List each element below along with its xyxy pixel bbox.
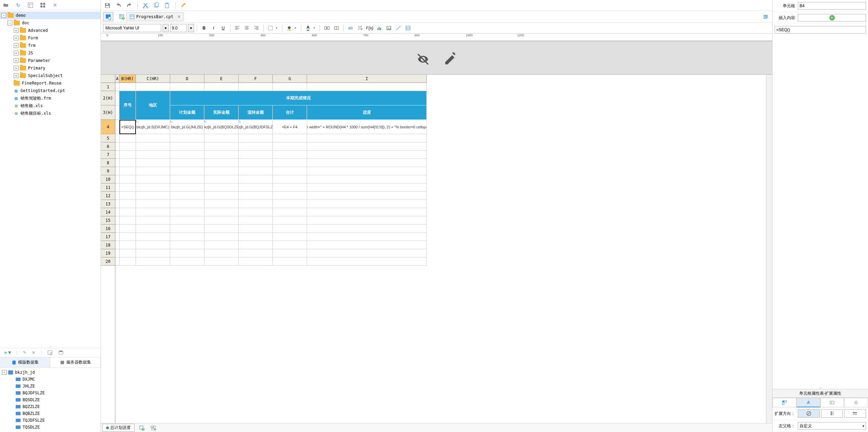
column-header[interactable]: I (307, 75, 427, 83)
cell[interactable] (239, 241, 273, 249)
cell[interactable] (170, 208, 204, 216)
cell[interactable] (273, 83, 307, 91)
cell[interactable] (239, 159, 273, 167)
cell[interactable] (136, 167, 170, 175)
save-icon[interactable] (103, 1, 112, 10)
tree-folder-demo[interactable]: demo (0, 12, 101, 19)
chart-button[interactable] (375, 24, 383, 32)
font-name-dropdown-icon[interactable]: ▾ (163, 24, 169, 32)
row-header[interactable]: 3(H) (101, 105, 115, 120)
expander-icon[interactable] (14, 73, 18, 78)
cell[interactable] (170, 249, 204, 257)
row-header[interactable]: 5 (101, 134, 115, 142)
cell[interactable] (136, 151, 170, 159)
cell[interactable] (115, 91, 119, 105)
cell[interactable] (115, 167, 119, 175)
refresh-icon[interactable]: ↻ (15, 2, 21, 8)
cell[interactable] (204, 225, 239, 233)
row-header[interactable]: 8 (101, 159, 115, 167)
vertical-scrollbar[interactable] (766, 75, 772, 423)
cell[interactable] (239, 249, 273, 257)
expander-icon[interactable] (1, 13, 6, 18)
copy-icon[interactable] (152, 1, 161, 10)
tree-folder-doc[interactable]: doc (0, 19, 101, 27)
cell[interactable] (273, 167, 307, 175)
cell[interactable] (119, 134, 136, 142)
add-dataset-icon[interactable]: ＋▾ (3, 349, 11, 356)
cell[interactable] (115, 241, 119, 249)
header-period[interactable]: 本期完成情况 (170, 91, 427, 105)
dataset-column-bqbzlze[interactable]: BQBZLZE (0, 410, 101, 417)
cell-c4[interactable]: bkzjh_jd.S(DXJMC) (136, 120, 170, 134)
formula-input[interactable] (775, 26, 866, 34)
cell[interactable] (204, 159, 239, 167)
cell[interactable] (119, 167, 136, 175)
font-size-input[interactable]: 9.0 (170, 24, 187, 32)
cell[interactable] (115, 233, 119, 241)
tree-folder-primary[interactable]: Primary (0, 64, 101, 72)
cell-d4[interactable]: bkzjh_jd.G(JHLZE) (170, 120, 204, 134)
cell[interactable] (307, 142, 427, 151)
cell[interactable] (204, 257, 239, 266)
sheet-tab[interactable]: 总计划进度 (102, 424, 135, 432)
tree-file-gettingstarted-cpt[interactable]: ▦GettingStarted.cpt (0, 87, 101, 94)
cell-b4[interactable]: =SEQ() (119, 120, 136, 134)
align-center-button[interactable] (243, 24, 251, 32)
text-style-button[interactable]: ab (346, 24, 355, 32)
borders-button[interactable] (266, 24, 275, 32)
insert-content-button[interactable]: + (798, 14, 866, 22)
cell[interactable] (170, 183, 204, 192)
row-header[interactable]: 14 (101, 208, 115, 216)
cell[interactable] (115, 225, 119, 233)
dataset-column-bqzzlze[interactable]: BQZZLZE (0, 403, 101, 410)
row-header[interactable]: 10 (101, 175, 115, 183)
expand-vertical-button[interactable] (821, 409, 843, 418)
cell[interactable] (170, 167, 204, 175)
file-tab[interactable]: ProgressBar.cpt ✕ (126, 12, 184, 21)
cell[interactable] (115, 105, 119, 120)
dataset-column-bqjdfslze[interactable]: BQJDFSLZE (0, 390, 101, 396)
unmerge-cells-button[interactable] (332, 24, 341, 32)
cell[interactable] (273, 134, 307, 142)
dataset-column-bqsdlze[interactable]: BQSDLZE (0, 396, 101, 403)
expander-icon[interactable] (14, 58, 18, 63)
cell[interactable] (115, 120, 119, 134)
splitter-h[interactable]: ··· (0, 345, 101, 348)
cell[interactable] (239, 225, 273, 233)
tree-folder-frm[interactable]: frm (0, 42, 101, 49)
tree-folder-advanced[interactable]: Advanced (0, 27, 101, 34)
underline-button[interactable]: U (219, 24, 227, 32)
cell[interactable] (170, 257, 204, 266)
add-sheet-icon[interactable]: + (137, 423, 146, 432)
cell[interactable] (115, 183, 119, 192)
cell[interactable] (239, 151, 273, 159)
properties-icon[interactable] (27, 2, 34, 8)
dataset-column-tqsdlze[interactable]: TQSDLZE (0, 424, 101, 431)
row-header[interactable]: 11 (101, 183, 115, 192)
tree-file--xls[interactable]: ⊞销售额目标.xls (0, 110, 101, 117)
cell[interactable] (204, 249, 239, 257)
cell[interactable] (307, 200, 427, 208)
expander-icon[interactable] (8, 21, 12, 25)
cell-e4[interactable]: bkzjh_jd.G(BQSDLZE) (204, 120, 239, 134)
dataset-root[interactable]: −bkzjh_jd (0, 369, 101, 376)
cell[interactable] (115, 192, 119, 200)
cell-reference-input[interactable] (798, 2, 866, 10)
cell[interactable] (115, 216, 119, 225)
tree-folder-finereport-reuse[interactable]: FineReport.Reuse (0, 79, 101, 87)
cell[interactable] (239, 200, 273, 208)
cell[interactable] (119, 142, 136, 151)
row-header[interactable]: 16 (101, 225, 115, 233)
header-region[interactable]: 地区 (136, 91, 170, 120)
cell[interactable] (307, 175, 427, 183)
cell[interactable] (273, 208, 307, 216)
cell[interactable] (204, 142, 239, 151)
cell[interactable] (136, 225, 170, 233)
grid-icon[interactable] (40, 2, 46, 8)
cell[interactable] (273, 257, 307, 266)
cell[interactable] (273, 216, 307, 225)
cell[interactable] (239, 257, 273, 266)
cell[interactable] (273, 151, 307, 159)
cell[interactable] (170, 200, 204, 208)
cell[interactable] (119, 208, 136, 216)
